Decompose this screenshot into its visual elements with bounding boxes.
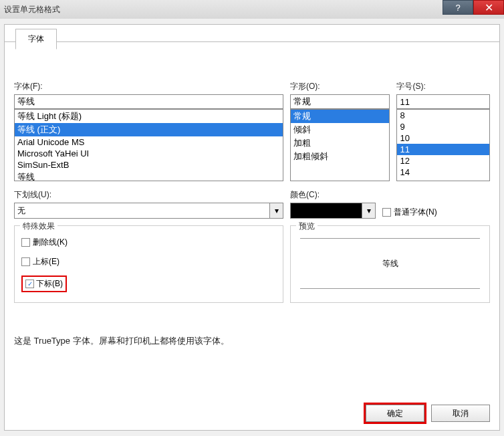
list-item[interactable]: Arial Unicode MS bbox=[15, 136, 283, 148]
list-item[interactable]: 加粗 bbox=[291, 136, 389, 150]
list-item[interactable]: SimSun-ExtB bbox=[15, 159, 283, 171]
cancel-button-label: 取消 bbox=[453, 408, 469, 419]
tab-content: 字体(F): 等线 Light (标题)等线 (正文)Arial Unicode… bbox=[5, 42, 499, 356]
list-item[interactable]: 等线 (正文) bbox=[15, 123, 283, 136]
list-item[interactable]: 加粗倾斜 bbox=[291, 150, 389, 163]
list-item[interactable]: 14 bbox=[397, 167, 489, 178]
help-button[interactable]: ? bbox=[443, 0, 473, 15]
strikethrough-label: 删除线(K) bbox=[33, 237, 68, 248]
style-label: 字形(O): bbox=[290, 81, 390, 92]
ok-button[interactable]: 确定 bbox=[366, 405, 424, 422]
font-column: 字体(F): 等线 Light (标题)等线 (正文)Arial Unicode… bbox=[14, 81, 283, 181]
style-input[interactable] bbox=[290, 94, 390, 109]
size-column: 字号(S): 8910111214 bbox=[396, 81, 490, 181]
color-swatch-fill bbox=[291, 203, 362, 218]
preview-area: 等线 bbox=[300, 238, 480, 289]
superscript-row[interactable]: 上标(E) bbox=[21, 256, 276, 267]
list-item[interactable]: 倾斜 bbox=[291, 123, 389, 136]
color-row: ▾ 普通字体(N) bbox=[290, 203, 490, 219]
size-listbox[interactable]: 8910111214 bbox=[396, 109, 490, 181]
normal-font-checkbox[interactable] bbox=[382, 208, 391, 217]
list-item[interactable]: 11 bbox=[397, 144, 489, 155]
titlebar: 设置单元格格式 ? ✕ bbox=[0, 0, 504, 19]
underline-column: 下划线(U): 无 ▾ bbox=[14, 189, 283, 219]
dialog-body: 字体 字体(F): 等线 Light (标题)等线 (正文)Arial Unic… bbox=[4, 24, 500, 431]
cancel-button[interactable]: 取消 bbox=[431, 405, 490, 422]
color-dropdown[interactable]: ▾ bbox=[290, 203, 376, 219]
style-column: 字形(O): 常规倾斜加粗加粗倾斜 bbox=[290, 81, 390, 181]
superscript-label: 上标(E) bbox=[33, 256, 59, 267]
subscript-highlight: ✓ 下标(B) bbox=[21, 276, 67, 292]
preview-text: 等线 bbox=[382, 258, 398, 269]
list-item[interactable]: 等线 bbox=[15, 171, 283, 181]
strikethrough-row[interactable]: 删除线(K) bbox=[21, 237, 276, 248]
row-effects-preview: 特殊效果 删除线(K) 上标(E) ✓ 下标(B) 预览 bbox=[14, 219, 490, 303]
preview-fieldset: 预览 等线 bbox=[290, 225, 490, 303]
underline-value: 无 bbox=[17, 205, 25, 217]
effects-fieldset: 特殊效果 删除线(K) 上标(E) ✓ 下标(B) bbox=[14, 225, 283, 303]
tab-strip bbox=[5, 25, 499, 42]
preview-legend: 预览 bbox=[296, 221, 318, 232]
color-column: 颜色(C): ▾ 普通字体(N) bbox=[290, 189, 490, 219]
list-item[interactable]: 8 bbox=[397, 110, 489, 121]
effects-legend: 特殊效果 bbox=[20, 221, 57, 232]
tab-font-label: 字体 bbox=[28, 34, 44, 43]
chevron-down-icon: ▾ bbox=[362, 203, 375, 218]
tab-font[interactable]: 字体 bbox=[15, 29, 57, 49]
titlebar-buttons: ? ✕ bbox=[443, 0, 504, 15]
color-label: 颜色(C): bbox=[290, 189, 490, 201]
underline-dropdown[interactable]: 无 ▾ bbox=[14, 203, 283, 219]
list-item[interactable]: 常规 bbox=[291, 110, 389, 123]
row-font-style-size: 字体(F): 等线 Light (标题)等线 (正文)Arial Unicode… bbox=[14, 81, 490, 181]
font-note: 这是 TrueType 字体。屏幕和打印机上都将使用该字体。 bbox=[14, 335, 490, 347]
size-label: 字号(S): bbox=[396, 81, 490, 92]
ok-button-label: 确定 bbox=[387, 408, 403, 419]
list-item[interactable]: 12 bbox=[397, 155, 489, 167]
list-item[interactable]: 9 bbox=[397, 121, 489, 132]
list-item[interactable]: Microsoft YaHei UI bbox=[15, 148, 283, 159]
superscript-checkbox[interactable] bbox=[21, 257, 30, 266]
close-button[interactable]: ✕ bbox=[473, 0, 504, 15]
normal-font-checkbox-row[interactable]: 普通字体(N) bbox=[382, 207, 437, 218]
subscript-checkbox[interactable]: ✓ bbox=[25, 280, 34, 288]
font-listbox[interactable]: 等线 Light (标题)等线 (正文)Arial Unicode MSMicr… bbox=[14, 109, 283, 181]
style-listbox[interactable]: 常规倾斜加粗加粗倾斜 bbox=[290, 109, 390, 181]
subscript-label: 下标(B) bbox=[36, 278, 63, 290]
list-item[interactable]: 10 bbox=[397, 132, 489, 144]
row-underline-color: 下划线(U): 无 ▾ 颜色(C): ▾ 普通字体(N) bbox=[14, 189, 490, 219]
dialog-buttons: 确定 取消 bbox=[366, 405, 490, 422]
font-label: 字体(F): bbox=[14, 81, 283, 92]
strikethrough-checkbox[interactable] bbox=[21, 238, 30, 247]
list-item[interactable]: 等线 Light (标题) bbox=[15, 110, 283, 123]
font-input[interactable] bbox=[14, 94, 283, 109]
subscript-row-wrap: ✓ 下标(B) bbox=[21, 276, 276, 292]
normal-font-label: 普通字体(N) bbox=[394, 207, 437, 218]
underline-label: 下划线(U): bbox=[14, 189, 283, 201]
size-input[interactable] bbox=[396, 94, 490, 109]
window-title: 设置单元格格式 bbox=[4, 4, 60, 15]
chevron-down-icon: ▾ bbox=[269, 203, 283, 218]
